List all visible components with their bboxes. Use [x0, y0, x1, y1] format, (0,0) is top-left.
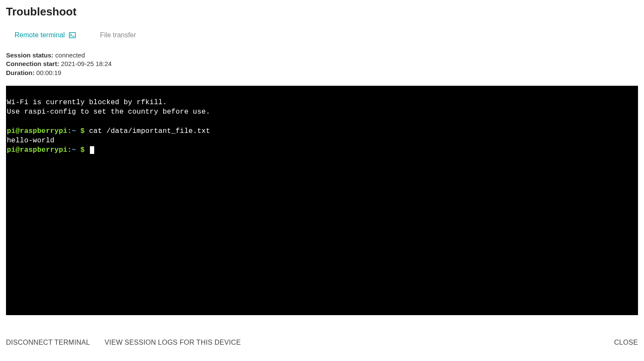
session-status-row: Session status: connected	[6, 51, 638, 60]
connection-start-value: 2021-09-25 18:24	[61, 60, 111, 67]
prompt-user: pi@raspberrypi	[7, 127, 67, 135]
terminal-panel[interactable]: Wi-Fi is currently blocked by rfkill. Us…	[6, 86, 638, 315]
view-session-logs-button[interactable]: VIEW SESSION LOGS FOR THIS DEVICE	[104, 339, 241, 346]
tab-file-transfer-label: File transfer	[100, 31, 136, 39]
page-title: Troubleshoot	[0, 0, 644, 18]
session-status-value: connected	[55, 51, 85, 59]
prompt-dollar: $	[76, 127, 89, 135]
prompt-user: pi@raspberrypi	[7, 146, 67, 154]
duration-label: Duration:	[6, 69, 36, 76]
cursor-icon	[90, 146, 94, 154]
prompt-colon: :	[67, 127, 72, 135]
connection-start-row: Connection start: 2021-09-25 18:24	[6, 60, 638, 68]
svg-rect-0	[69, 33, 75, 38]
duration-row: Duration: 00:00:19	[6, 69, 638, 77]
terminal-icon	[69, 32, 76, 38]
footer-left: DISCONNECT TERMINAL VIEW SESSION LOGS FO…	[6, 339, 241, 346]
prompt-colon: :	[67, 146, 72, 154]
prompt-path: ~	[72, 127, 76, 135]
terminal-line: Wi-Fi is currently blocked by rfkill.	[7, 98, 637, 107]
tabs-row: Remote terminal File transfer	[0, 18, 644, 45]
terminal-line: Use raspi-config to set the country befo…	[7, 107, 637, 117]
terminal-blank-line	[7, 117, 637, 126]
terminal-prompt-line: pi@raspberrypi:~ $ cat /data/important_f…	[7, 126, 637, 136]
terminal-command: cat /data/important_file.txt	[89, 127, 210, 135]
prompt-dollar: $	[76, 146, 89, 154]
session-info: Session status: connected Connection sta…	[0, 45, 644, 81]
disconnect-terminal-button[interactable]: DISCONNECT TERMINAL	[6, 339, 90, 346]
prompt-path: ~	[72, 146, 76, 154]
terminal-prompt-line: pi@raspberrypi:~ $	[7, 145, 637, 155]
connection-start-label: Connection start:	[6, 60, 61, 67]
terminal-output-line: hello-world	[7, 136, 637, 145]
tab-file-transfer[interactable]: File transfer	[100, 31, 136, 45]
close-button[interactable]: CLOSE	[614, 339, 638, 346]
tab-remote-terminal-label: Remote terminal	[15, 31, 65, 39]
tab-remote-terminal[interactable]: Remote terminal	[15, 31, 76, 45]
duration-value: 00:00:19	[36, 69, 61, 76]
footer-row: DISCONNECT TERMINAL VIEW SESSION LOGS FO…	[6, 339, 638, 346]
session-status-label: Session status:	[6, 51, 55, 59]
